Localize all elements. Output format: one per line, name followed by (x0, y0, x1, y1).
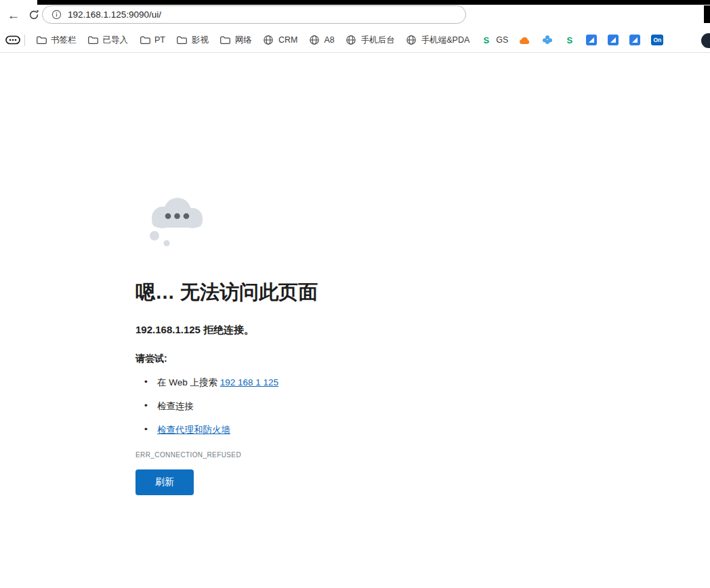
refresh-page-button[interactable]: 刷新 (135, 469, 194, 495)
url-bar[interactable]: 192.168.1.125:9090/ui/ (42, 5, 466, 24)
bookmark-label: A8 (324, 35, 334, 45)
check-proxy-firewall-link[interactable]: 检查代理和防火墙 (157, 425, 230, 435)
s-logo-icon: S (564, 35, 575, 45)
suggestion-item: 检查连接 (135, 400, 710, 413)
bookmark-label: 手机后台 (361, 35, 395, 46)
bookmark-favicon-item[interactable] (624, 32, 646, 48)
bookmark-item[interactable]: 手机端&PDA (400, 32, 476, 49)
error-code: ERR_CONNECTION_REFUSED (135, 451, 710, 459)
bookmark-folder[interactable]: 书签栏 (30, 32, 82, 49)
bookmark-item[interactable]: CRM (257, 32, 303, 48)
bookmark-label: 手机端&PDA (421, 35, 470, 46)
globe-icon (406, 35, 417, 45)
error-title: 嗯… 无法访问此页面 (135, 279, 710, 306)
folder-icon (87, 35, 99, 45)
web-search-link[interactable]: 192 168 1 125 (220, 377, 278, 387)
reload-button[interactable] (25, 6, 43, 24)
bookmark-folder[interactable]: 影视 (171, 32, 214, 49)
blue-app-icon (629, 35, 640, 45)
collections-icon[interactable] (3, 35, 23, 45)
globe-icon (263, 35, 274, 45)
bookmark-folder[interactable]: PT (133, 32, 171, 48)
bookmark-label: GS (496, 35, 508, 45)
cloudflare-cloud-icon (519, 35, 530, 45)
divider (24, 35, 25, 46)
folder-icon (220, 35, 231, 45)
folder-icon (176, 35, 188, 45)
window-corner-block (704, 5, 710, 23)
bookmark-item[interactable]: 手机后台 (340, 32, 400, 49)
bookmark-label: PT (154, 35, 165, 45)
onenote-icon: On (651, 35, 663, 45)
s-logo-icon: S (480, 35, 492, 45)
bookmarks-bar: 书签栏 已导入 PT 影视 网络 CRM A8 (0, 28, 710, 53)
bookmark-favicon-item[interactable]: On (646, 32, 669, 48)
cropped-circle-icon (701, 33, 710, 48)
bookmark-favicon-item[interactable] (581, 32, 602, 48)
window-top-edge (37, 0, 710, 5)
suggestion-item: 检查代理和防火墙 (135, 424, 710, 436)
bookmark-favicon-item[interactable]: S (558, 32, 581, 48)
search-prefix: 在 Web 上搜索 (157, 377, 220, 387)
error-cloud-illustration (140, 192, 215, 249)
browser-toolbar: ← 192.168.1.125:9090/ui/ (0, 0, 710, 28)
globe-icon (308, 35, 320, 45)
blue-app-icon (586, 35, 597, 45)
bookmark-item[interactable]: S GS (475, 32, 514, 48)
bookmark-label: 书签栏 (51, 35, 77, 46)
error-host: 192.168.1.125 (135, 324, 201, 335)
bookmark-folder[interactable]: 网络 (214, 32, 257, 49)
site-info-icon[interactable] (51, 9, 62, 20)
blue-flower-icon (541, 35, 553, 45)
bookmark-folder[interactable]: 已导入 (82, 32, 134, 49)
bookmark-label: CRM (278, 35, 297, 45)
error-page: 嗯… 无法访问此页面 192.168.1.125 拒绝连接。 请尝试: 在 We… (0, 53, 710, 495)
check-connection-text: 检查连接 (157, 401, 194, 411)
globe-icon (346, 35, 357, 45)
error-message: 192.168.1.125 拒绝连接。 (135, 324, 710, 337)
bookmark-label: 已导入 (103, 35, 129, 46)
suggestion-item: 在 Web 上搜索 192 168 1 125 (135, 377, 710, 389)
bookmark-favicon-item[interactable] (514, 32, 536, 48)
back-button[interactable]: ← (5, 6, 22, 24)
url-text: 192.168.1.125:9090/ui/ (68, 9, 161, 20)
bookmark-item[interactable]: A8 (303, 32, 339, 48)
try-label: 请尝试: (135, 353, 710, 365)
error-refused-text: 拒绝连接。 (201, 324, 254, 335)
bookmark-label: 网络 (235, 35, 252, 46)
reload-icon (28, 9, 40, 21)
bookmark-label: 影视 (192, 35, 209, 46)
bookmark-favicon-item[interactable] (536, 32, 558, 48)
blue-app-icon (608, 35, 619, 45)
bookmark-favicon-item[interactable] (602, 32, 624, 48)
folder-icon (35, 35, 47, 45)
suggestion-list: 在 Web 上搜索 192 168 1 125 检查连接 检查代理和防火墙 (135, 377, 710, 436)
folder-icon (139, 35, 150, 45)
